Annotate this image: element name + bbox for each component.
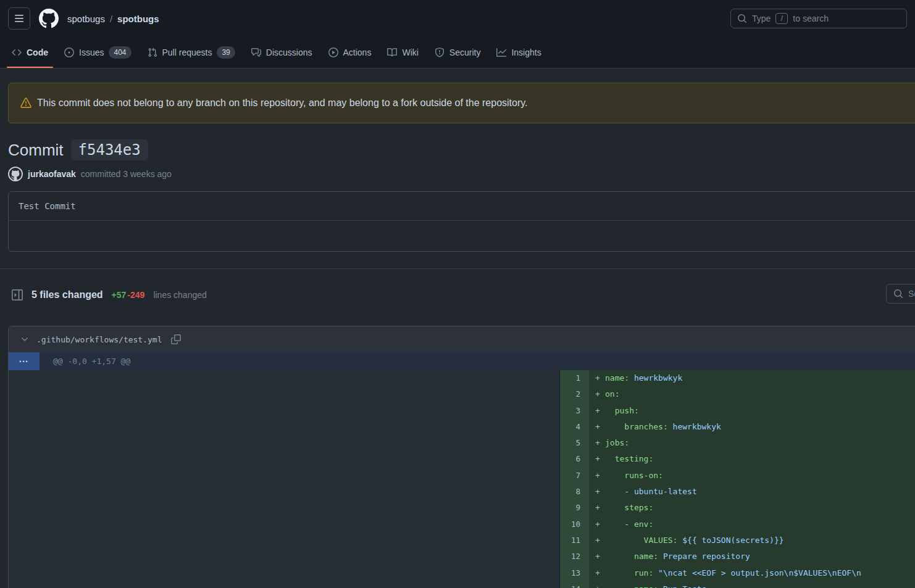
- avatar-octocat-icon: [9, 168, 22, 180]
- diff-added-line: 5+jobs:: [560, 435, 915, 451]
- line-number[interactable]: 8: [560, 484, 589, 500]
- diff-added-line: 11+ VALUES: ${{ toJSON(secrets)}}: [560, 532, 915, 549]
- tab-wiki[interactable]: Wiki: [381, 37, 424, 68]
- files-toolbar: 5 files changed +57-249 lines changed Se…: [8, 284, 915, 306]
- deletions-count: -249: [127, 290, 144, 300]
- tab-security[interactable]: Security: [428, 37, 487, 68]
- addition-marker: +: [589, 468, 605, 484]
- diff-added-line: 13+ run: "\ncat <<EOF > output.json\n$VA…: [560, 565, 915, 581]
- addition-marker: +: [589, 435, 605, 451]
- line-number[interactable]: 1: [560, 370, 589, 386]
- addition-marker: +: [589, 484, 605, 500]
- line-number[interactable]: 10: [560, 516, 589, 532]
- git-pull-request-icon: [148, 48, 157, 57]
- code-text: VALUES: ${{ toJSON(secrets)}}: [605, 532, 784, 549]
- repo-nav: CodeIssues404Pull requests39DiscussionsA…: [0, 37, 915, 68]
- line-number[interactable]: 11: [560, 532, 589, 549]
- tab-label: Security: [449, 48, 481, 57]
- search-placeholder-prefix: Type: [752, 14, 771, 23]
- issue-opened-icon: [64, 48, 74, 57]
- global-search-input[interactable]: Type / to search: [730, 9, 907, 28]
- diff-added-line: 7+ runs-on:: [560, 468, 915, 484]
- tab-insights[interactable]: Insights: [490, 37, 547, 68]
- github-logo[interactable]: [39, 9, 59, 28]
- code-text: name: hewrkbwkyk: [605, 370, 682, 386]
- commit-meta: committed 3 weeks ago: [81, 169, 172, 179]
- files-changed-summary: 5 files changed: [31, 289, 103, 300]
- comment-discussion-icon: [251, 48, 261, 57]
- addition-marker: +: [589, 403, 605, 419]
- expand-hunk-button[interactable]: •••: [9, 352, 40, 370]
- tab-actions[interactable]: Actions: [322, 37, 378, 68]
- copy-icon: [171, 334, 181, 344]
- code-text: name: Run Tests: [605, 581, 706, 588]
- hunk-header-text: @@ -0,0 +1,57 @@: [40, 352, 915, 370]
- line-number[interactable]: 4: [560, 419, 589, 435]
- diff-added-line: 3+ push:: [560, 403, 915, 419]
- addition-marker: +: [589, 581, 605, 588]
- breadcrumb-repo[interactable]: spotbugs: [117, 14, 159, 24]
- line-number[interactable]: 14: [560, 581, 589, 588]
- line-number[interactable]: 12: [560, 549, 589, 565]
- code-text: jobs:: [605, 435, 629, 451]
- addition-marker: +: [589, 516, 605, 532]
- commit-title: Commit f5434e3: [8, 139, 915, 160]
- commit-message: Test Commit: [9, 192, 915, 221]
- avatar[interactable]: [8, 167, 23, 181]
- app-header: spotbugs / spotbugs Type / to search: [0, 0, 915, 37]
- diff-split-body: 1+name: hewrkbwkyk2+on:3+ push:4+ branch…: [9, 370, 915, 588]
- tab-pull-requests[interactable]: Pull requests39: [141, 37, 241, 68]
- line-number[interactable]: 9: [560, 500, 589, 516]
- search-icon: [737, 14, 747, 23]
- hamburger-button[interactable]: [8, 7, 30, 30]
- tab-label: Actions: [343, 48, 372, 57]
- tab-label: Issues: [79, 48, 104, 57]
- graph-icon: [496, 48, 506, 57]
- diff-file-container: .github/workflows/test.yml ••• @@ -0,0 +…: [8, 326, 915, 588]
- code-text: push:: [605, 403, 639, 419]
- code-text: - env:: [605, 516, 653, 532]
- breadcrumb-separator: /: [110, 14, 112, 24]
- diff-added-line: 1+name: hewrkbwkyk: [560, 370, 915, 386]
- tab-issues[interactable]: Issues404: [58, 37, 138, 68]
- shield-icon: [435, 48, 445, 57]
- addition-marker: +: [589, 532, 605, 549]
- tab-label: Discussions: [266, 48, 312, 57]
- code-text: on:: [605, 386, 619, 402]
- breadcrumb: spotbugs / spotbugs: [67, 14, 159, 24]
- line-number[interactable]: 5: [560, 435, 589, 451]
- code-text: - ubuntu-latest: [605, 484, 697, 500]
- code-text: branches: hewrkbwkyk: [605, 419, 721, 435]
- diff-added-line: 6+ testing:: [560, 451, 915, 467]
- tab-discussions[interactable]: Discussions: [245, 37, 319, 68]
- author-link[interactable]: jurkaofavak: [28, 169, 76, 179]
- diff-right-panel: 1+name: hewrkbwkyk2+on:3+ push:4+ branch…: [560, 370, 915, 588]
- slash-keycap: /: [775, 13, 788, 24]
- addition-marker: +: [589, 500, 605, 516]
- counter-badge: 404: [109, 46, 131, 59]
- commit-message-body: [9, 221, 915, 251]
- breadcrumb-owner[interactable]: spotbugs: [67, 14, 105, 24]
- addition-marker: +: [589, 565, 605, 581]
- hunk-header-row: ••• @@ -0,0 +1,57 @@: [9, 352, 915, 370]
- additions-count: +57: [112, 290, 127, 300]
- diff-added-line: 2+on:: [560, 386, 915, 402]
- alert-icon: [20, 97, 31, 109]
- line-number[interactable]: 13: [560, 565, 589, 581]
- book-icon: [387, 48, 397, 57]
- tab-label: Pull requests: [162, 48, 212, 57]
- line-number[interactable]: 2: [560, 386, 589, 402]
- code-search-input[interactable]: Search within code: [886, 284, 915, 304]
- file-tree-toggle-button[interactable]: [12, 289, 23, 300]
- diff-filename[interactable]: .github/workflows/test.yml: [36, 335, 162, 344]
- file-collapse-button[interactable]: [20, 334, 30, 344]
- github-mark-icon: [39, 9, 59, 28]
- copy-path-button[interactable]: [171, 334, 181, 344]
- main-content: This commit does not belong to any branc…: [0, 83, 915, 588]
- diff-added-line: 10+ - env:: [560, 516, 915, 532]
- line-number[interactable]: 6: [560, 451, 589, 467]
- tab-code[interactable]: Code: [6, 37, 54, 68]
- diff-added-line: 9+ steps:: [560, 500, 915, 516]
- line-number[interactable]: 3: [560, 403, 589, 419]
- line-number[interactable]: 7: [560, 468, 589, 484]
